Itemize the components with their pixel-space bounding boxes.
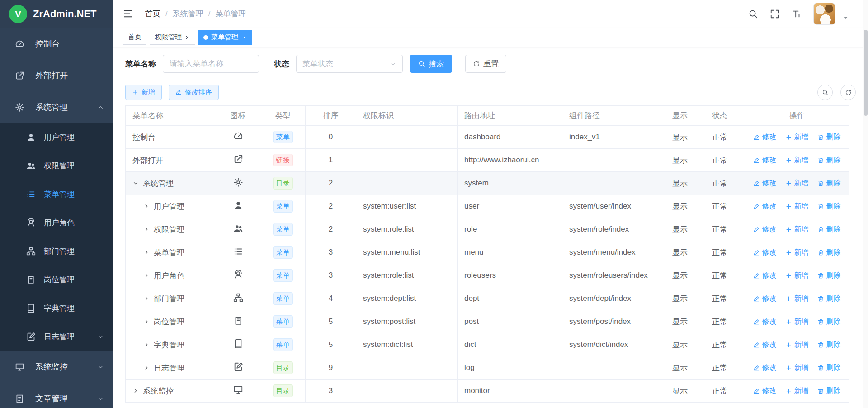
sidebar-item[interactable]: 用户角色 [0, 209, 113, 237]
expand-arrow-icon[interactable] [132, 180, 139, 186]
font-size-icon[interactable] [792, 9, 802, 19]
users-icon [26, 161, 36, 171]
expand-arrow-icon[interactable] [143, 295, 150, 302]
sidebar-item[interactable]: 用户管理 [0, 123, 113, 152]
sidebar-item[interactable]: 控制台 [0, 28, 113, 60]
fullscreen-icon[interactable] [770, 9, 780, 19]
sidebar-item[interactable]: 字典管理 [0, 294, 113, 323]
expand-arrow-icon[interactable] [132, 388, 139, 394]
app-root: V ZrAdmin.NET 控制台外部打开系统管理用户管理权限管理菜单管理用户角… [0, 0, 868, 408]
delete-link[interactable]: 删除 [817, 363, 841, 373]
toggle-search-button[interactable] [817, 85, 833, 100]
edit-icon [753, 157, 760, 164]
add-link[interactable]: 新增 [785, 179, 809, 188]
delete-link-label: 删除 [826, 202, 841, 211]
add-link[interactable]: 新增 [785, 156, 809, 165]
expand-arrow-icon[interactable] [143, 226, 150, 232]
add-link[interactable]: 新增 [785, 248, 809, 257]
scrollbar[interactable] [863, 0, 868, 408]
cell-permission: system:user:list [356, 195, 458, 218]
scrollbar-thumb[interactable] [864, 30, 868, 116]
expand-arrow-icon[interactable] [143, 203, 150, 209]
edit-link[interactable]: 修改 [753, 248, 777, 257]
add-link[interactable]: 新增 [785, 317, 809, 327]
add-link[interactable]: 新增 [785, 271, 809, 280]
menu-name-input[interactable] [163, 55, 259, 73]
sort-edit-button[interactable]: 修改排序 [169, 85, 219, 100]
search-button[interactable]: 搜索 [410, 55, 452, 73]
delete-link[interactable]: 删除 [817, 317, 841, 327]
sidebar-item-label: 权限管理 [44, 161, 75, 171]
edit-link[interactable]: 修改 [753, 386, 777, 396]
delete-link-label: 删除 [826, 248, 841, 257]
sidebar-item-label: 用户角色 [44, 218, 75, 228]
sidebar-item[interactable]: 外部打开 [0, 60, 113, 91]
add-link[interactable]: 新增 [785, 294, 809, 304]
cell-actions: 修改新增删除 [745, 126, 849, 149]
avatar-caret-down-icon[interactable] [843, 14, 849, 21]
tab-active[interactable]: 菜单管理 [198, 30, 252, 45]
refresh-table-button[interactable] [840, 85, 856, 100]
delete-link[interactable]: 删除 [817, 225, 841, 234]
delete-link[interactable]: 删除 [817, 133, 841, 142]
add-link[interactable]: 新增 [785, 340, 809, 350]
sidebar-item[interactable]: 菜单管理 [0, 180, 113, 209]
delete-link[interactable]: 删除 [817, 202, 841, 211]
cell-component-path [562, 356, 665, 380]
add-link[interactable]: 新增 [785, 225, 809, 234]
sidebar-item[interactable]: 岗位管理 [0, 266, 113, 294]
edit-link[interactable]: 修改 [753, 317, 777, 327]
sidebar-item[interactable]: 文章管理 [0, 383, 113, 408]
sidebar-item[interactable]: 权限管理 [0, 152, 113, 180]
breadcrumb-item[interactable]: 首页 [145, 9, 160, 19]
avatar[interactable] [813, 3, 835, 25]
delete-link[interactable]: 删除 [817, 386, 841, 396]
sidebar-item[interactable]: 日志管理 [0, 323, 113, 351]
edit-link[interactable]: 修改 [753, 271, 777, 280]
logo[interactable]: V ZrAdmin.NET [0, 0, 113, 28]
tab[interactable]: 权限管理 [150, 30, 195, 45]
add-link[interactable]: 新增 [785, 386, 809, 396]
expand-arrow-icon[interactable] [143, 365, 150, 371]
expand-arrow-icon[interactable] [143, 318, 150, 325]
header-search-icon[interactable] [748, 9, 758, 19]
edit-link[interactable]: 修改 [753, 294, 777, 304]
cell-visible: 显示 [665, 172, 705, 195]
tab[interactable]: 首页 [123, 30, 146, 45]
cell-permission [356, 356, 458, 380]
edit-link[interactable]: 修改 [753, 202, 777, 211]
status-select-placeholder: 菜单状态 [302, 59, 333, 69]
sidebar-item[interactable]: 系统管理 [0, 91, 113, 123]
delete-link[interactable]: 删除 [817, 248, 841, 257]
delete-link[interactable]: 删除 [817, 294, 841, 304]
hamburger-icon[interactable] [123, 9, 133, 19]
add-link[interactable]: 新增 [785, 133, 809, 142]
cell-icon [216, 241, 260, 264]
add-button[interactable]: 新增 [125, 85, 162, 100]
sidebar-item[interactable]: 系统监控 [0, 351, 113, 383]
table-header-row: 菜单名称图标类型排序权限标识路由地址组件路径显示状态操作 [126, 106, 849, 126]
delete-link[interactable]: 删除 [817, 179, 841, 188]
sidebar-item[interactable]: 部门管理 [0, 237, 113, 266]
cell-menu-name: 日志管理 [126, 356, 216, 380]
close-tab-icon[interactable] [241, 35, 247, 40]
edit-link[interactable]: 修改 [753, 156, 777, 165]
status-select[interactable]: 菜单状态 [296, 55, 403, 73]
delete-link[interactable]: 删除 [817, 271, 841, 280]
add-link[interactable]: 新增 [785, 363, 809, 373]
add-link[interactable]: 新增 [785, 202, 809, 211]
edit-link[interactable]: 修改 [753, 179, 777, 188]
edit-link[interactable]: 修改 [753, 340, 777, 350]
expand-arrow-icon[interactable] [143, 249, 150, 256]
expand-arrow-icon[interactable] [143, 272, 150, 279]
delete-link[interactable]: 删除 [817, 340, 841, 350]
edit-link[interactable]: 修改 [753, 363, 777, 373]
expand-arrow-icon[interactable] [143, 342, 150, 348]
edit-link[interactable]: 修改 [753, 133, 777, 142]
reset-button[interactable]: 重置 [465, 55, 506, 73]
cell-type: 菜单 [260, 241, 306, 264]
delete-link[interactable]: 删除 [817, 156, 841, 165]
edit-link[interactable]: 修改 [753, 225, 777, 234]
close-tab-icon[interactable] [185, 35, 190, 40]
cell-status: 正常 [705, 380, 745, 403]
